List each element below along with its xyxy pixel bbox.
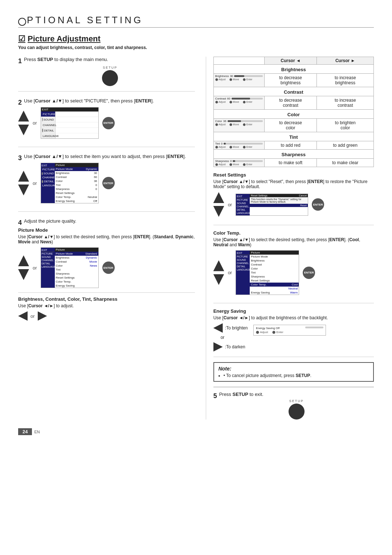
- adj-row-heading-0: Brightness: [213, 65, 373, 74]
- pm-row-2: BrightnessDynamic: [55, 256, 98, 260]
- menu-picture-item: PICTURE: [41, 112, 56, 117]
- step-3-text: Use [Cursor ▲/▼] to select the item you …: [24, 154, 195, 159]
- setup-circle-1: [102, 70, 118, 86]
- step3-row-3: Contrast60: [55, 175, 98, 179]
- ct-menu-wrap: EXIT PICTURE SOUND CHANNEL DETAIL LANGUA…: [236, 251, 299, 295]
- brightness-subsection: Brightness, Contrast, Color, Tint, Sharp…: [18, 292, 195, 321]
- step-3-cursor: Cursor ▲/▼: [35, 154, 62, 159]
- pm-row-1: Picture ModeStandard: [55, 252, 98, 256]
- arrow-up-pm: [18, 255, 29, 266]
- step-3-illustration: or EXIT PICTURE SOUND CHANNEL DETAIL LAN…: [18, 163, 195, 203]
- section-title-wrap: ☑ Picture Adjustment You can adjust brig…: [18, 34, 374, 50]
- pm-enter: ENTER: [134, 234, 149, 239]
- color-temp-desc: Use [Cursor ▲/▼] to select the desired s…: [213, 237, 374, 247]
- step3-sound-item: SOUND: [42, 171, 54, 175]
- page-lang: EN: [34, 430, 40, 434]
- pm-dyn: Dynamic: [175, 234, 193, 239]
- step-5-section: 5 Press SETUP to exit. SETUP: [213, 387, 374, 420]
- adj-right-0: to increasebrightness: [317, 74, 374, 87]
- step-2-number: 2: [18, 99, 22, 106]
- step-3-arrows: [18, 171, 29, 195]
- step3-exit: EXIT: [42, 164, 54, 167]
- arrow-up-icon: [18, 111, 29, 122]
- reset-title: Reset SettingsCancel: [250, 194, 308, 197]
- or-pm: or: [33, 265, 37, 271]
- adj-slider-row-2: Color 36 ⬤ Adjust⬤ Move⬤ Enter to decrea…: [213, 119, 373, 132]
- step3-row-1: Picture ModeDynamic: [55, 167, 98, 171]
- note-list: • To cancel picture adjustment, press SE…: [219, 373, 369, 378]
- adj-heading-4: Sharpness: [213, 150, 373, 159]
- energy-bar-controls: ⬤ Adjust ⬤ Enter: [256, 331, 323, 334]
- step3-detail-item: DETAIL: [42, 179, 54, 183]
- adj-row-heading-4: Sharpness: [213, 150, 373, 159]
- lr-buttons-illustration: or: [18, 311, 195, 321]
- pm-menu-screenshot: EXIT PICTURE SOUND CHANNEL DETAIL LANGUA…: [41, 247, 99, 288]
- step3-row-2: Brightness30: [55, 171, 98, 175]
- menu-detail-item: DETAIL: [41, 128, 56, 133]
- pm-row-7: Reset Settings: [55, 276, 98, 280]
- adj-right-4: to make clear: [317, 159, 374, 167]
- setup-circle-5: [289, 404, 305, 420]
- reset-exit: EXIT: [237, 195, 249, 198]
- pm-news: News: [40, 239, 52, 244]
- step3-picture-item: PICTURE: [42, 167, 54, 171]
- adj-left-3: to add red: [264, 141, 317, 150]
- arrow-down-reset: [213, 206, 224, 217]
- menu-detail-row: DETAIL: [41, 128, 98, 133]
- adj-left-2: to decreasecolor: [264, 119, 317, 132]
- reset-language: LANGUAGE: [237, 211, 249, 215]
- ct-picture: PICTURE: [237, 255, 249, 258]
- menu-language-row: LANGUAGE: [41, 133, 98, 138]
- step-3: 3 Use [Cursor ▲/▼] to select the item yo…: [18, 154, 195, 212]
- setup-label-1: SETUP: [103, 66, 117, 69]
- step3-row-6: Sharpness0: [55, 187, 98, 191]
- energy-desc: Use [Cursor ◄/►] to adjust the brightnes…: [213, 315, 374, 320]
- energy-darken-row: :To darken: [213, 342, 248, 352]
- energy-arrows-col: :To brighten or :To darken: [213, 323, 248, 352]
- adj-row-heading-1: Contrast: [213, 87, 373, 96]
- step3-sidebar: EXIT PICTURE SOUND CHANNEL DETAIL LANGUA…: [41, 163, 55, 203]
- br-cursor: Cursor ◄/►: [28, 303, 54, 308]
- ct-r7: Reset Settings: [250, 279, 299, 283]
- step3-row-8: Color Temp.Neutral: [55, 195, 98, 199]
- step3-menu-wrap: EXIT PICTURE SOUND CHANNEL DETAIL LANGUA…: [41, 163, 98, 203]
- step3-row-4: Color36: [55, 179, 98, 183]
- pm-row-8: Color Temp.: [55, 280, 98, 284]
- reset-heading: Reset Settings: [213, 172, 374, 178]
- step-3-menu-screenshot: EXIT PICTURE SOUND CHANNEL DETAIL LANGUA…: [41, 163, 99, 203]
- pm-sidebar: EXIT PICTURE SOUND CHANNEL DETAIL LANGUA…: [41, 248, 55, 288]
- pm-picture: PICTURE: [42, 252, 54, 255]
- energy-bar-screenshot: Energy Saving Off ⬤ Adjust ⬤ Enter: [253, 325, 326, 336]
- ct-enter: ENTER: [330, 237, 344, 242]
- ct-r6: Sharpness: [250, 275, 299, 279]
- pm-menu-wrap: EXIT PICTURE SOUND CHANNEL DETAIL LANGUA…: [41, 248, 98, 288]
- step-4-text: Adjust the picture quality.: [24, 218, 195, 224]
- enter-btn-2: ENTER: [102, 117, 115, 129]
- right-column: Cursor ◄ Cursor ► Brightness Brightness …: [206, 57, 374, 420]
- reset-desc: Use [Cursor ▲/▼] to select "Reset", then…: [213, 179, 374, 189]
- energy-saving-section: Energy Saving Use [Cursor ◄/►] to adjust…: [213, 308, 374, 357]
- checkmark-icon: ☑: [18, 34, 25, 44]
- reset-info: This function resets the "Dynamic" setti…: [250, 197, 308, 204]
- page-header-title: PTIONAL SETTING: [27, 15, 143, 26]
- step-1: 1 Press SETUP to display the main menu. …: [18, 57, 195, 92]
- arrow-down-ct: [213, 274, 224, 285]
- step3-row-7: Reset Settings: [55, 191, 98, 195]
- reset-channel: CHANNEL: [237, 205, 249, 208]
- enter-btn-reset: ENTER: [312, 198, 324, 211]
- ct-r8: Color Temp.Cool: [250, 283, 299, 287]
- step-2-text: Use [Cursor ▲/▼] to select "PICTURE", th…: [24, 98, 195, 104]
- step3-row-5: Tint0: [55, 183, 98, 187]
- menu-exit-row: EXIT: [41, 108, 98, 112]
- reset-picture: PICTURE: [237, 198, 249, 202]
- ct-r5: Tint: [250, 271, 299, 275]
- step-4: 4 Adjust the picture quality. Picture Mo…: [18, 218, 195, 329]
- ct-neutral: Neutral: [213, 242, 228, 247]
- energy-darken-label: :To darken: [225, 344, 245, 349]
- detail-icon: [42, 129, 44, 132]
- arrow-up-reset: [213, 192, 224, 203]
- table-col-item: [213, 57, 264, 65]
- reset-menu-wrap: EXIT PICTURE SOUND CHANNEL DETAIL LANGUA…: [236, 194, 308, 215]
- reset-detail: DETAIL: [237, 208, 249, 211]
- adj-slider-3: Tint 0 ⬤ Adjust⬤ Move⬤ Enter: [213, 141, 264, 150]
